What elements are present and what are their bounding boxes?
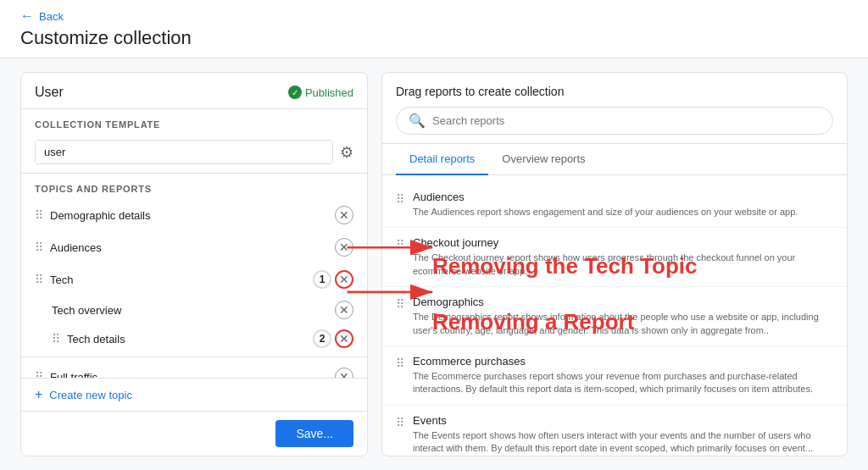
report-name: Tech details: [67, 333, 328, 346]
search-input[interactable]: [432, 114, 821, 127]
drag-handle-icon: ⠿: [396, 296, 404, 311]
reports-list: ⠿ Audiences The Audiences report shows e…: [382, 175, 847, 456]
drag-handle-icon: ⠿: [396, 236, 404, 252]
report-title: Checkout journey: [413, 236, 833, 249]
remove-button[interactable]: ✕: [335, 238, 353, 257]
tabs-row: Detail reports Overview reports: [382, 144, 847, 175]
template-row: ⚙: [21, 135, 367, 174]
topic-name: Full traffic: [50, 371, 328, 379]
topic-name: Tech: [50, 274, 328, 286]
report-title: Events: [413, 414, 833, 427]
main-content: User ✓ Published COLLECTION TEMPLATE ⚙ T…: [0, 58, 868, 470]
report-card-content: Events The Events report shows how often…: [413, 414, 833, 456]
list-item: ⠿ Tech ✕ 1: [21, 263, 367, 296]
search-icon: 🔍: [409, 113, 426, 129]
report-title: Ecommerce purchases: [413, 355, 833, 368]
left-panel-header: User ✓ Published: [21, 73, 367, 109]
report-card-content: Audiences The Audiences report shows eng…: [413, 191, 798, 218]
top-bar: ← Back Customize collection: [0, 0, 868, 58]
report-card-content: Demographics The Demographics report sho…: [413, 296, 833, 337]
collection-name: User: [35, 85, 64, 100]
save-btn-row: Save...: [21, 411, 367, 456]
published-icon: ✓: [288, 86, 302, 99]
published-label: Published: [305, 86, 353, 99]
report-title: Audiences: [413, 191, 798, 203]
report-card: ⠿ Events The Events report shows how oft…: [382, 406, 847, 456]
report-card-content: Checkout journey The Checkout journey re…: [413, 236, 833, 278]
report-description: The Audiences report shows engagement an…: [413, 206, 798, 218]
annotation-number-1: 1: [313, 270, 331, 289]
drag-handle-icon: ⠿: [35, 273, 43, 286]
create-topic-label: Create new topic: [49, 389, 132, 401]
drag-handle-icon: ⠿: [396, 414, 404, 429]
report-description: The Demographics report shows informatio…: [413, 311, 833, 337]
drag-handle-icon: ⠿: [35, 208, 43, 222]
back-label: Back: [39, 10, 64, 23]
save-button[interactable]: Save...: [275, 420, 353, 447]
report-name: Tech overview: [52, 304, 328, 317]
report-description: The Checkout journey report shows how us…: [413, 252, 833, 278]
report-card-content: Ecommerce purchases The Ecommerce purcha…: [413, 355, 833, 396]
left-panel: User ✓ Published COLLECTION TEMPLATE ⚙ T…: [20, 72, 368, 456]
remove-button[interactable]: ✕: [335, 368, 353, 378]
list-item: ⠿ Audiences ✕: [21, 231, 367, 263]
tab-detail-reports[interactable]: Detail reports: [396, 144, 488, 175]
report-title: Demographics: [413, 296, 833, 308]
remove-tech-details-button[interactable]: ✕ 2: [335, 329, 353, 348]
collection-template-label: COLLECTION TEMPLATE: [21, 109, 367, 135]
topic-name: Audiences: [50, 241, 328, 254]
topics-section: ⠿ Demographic details ✕ ⠿ Audiences ✕ ⠿ …: [21, 199, 367, 378]
annotation-number-2: 2: [313, 329, 331, 348]
template-input[interactable]: [35, 140, 333, 164]
drag-handle-icon: ⠿: [396, 355, 404, 370]
report-card: ⠿ Demographics The Demographics report s…: [382, 287, 847, 346]
drag-handle-icon: ⠿: [35, 241, 43, 254]
report-description: The Ecommerce purchases report shows you…: [413, 370, 833, 396]
settings-icon[interactable]: ⚙: [340, 143, 353, 162]
close-icon: ✕: [339, 332, 349, 346]
topic-name: Demographic details: [50, 209, 328, 222]
page-title: Customize collection: [20, 27, 848, 49]
remove-button[interactable]: ✕: [335, 206, 353, 224]
tab-overview-reports[interactable]: Overview reports: [488, 144, 598, 175]
close-icon: ✕: [339, 273, 349, 286]
right-panel-header: Drag reports to create collection 🔍: [382, 73, 847, 144]
search-bar: 🔍: [396, 107, 833, 135]
published-badge: ✓ Published: [288, 86, 353, 99]
list-item: ⠿ Tech details ✕ 2: [21, 324, 367, 353]
remove-tech-topic-button[interactable]: ✕ 1: [335, 270, 353, 289]
plus-icon: +: [35, 387, 42, 402]
create-topic-button[interactable]: + Create new topic: [21, 378, 367, 411]
report-card: ⠿ Checkout journey The Checkout journey …: [382, 228, 847, 287]
report-card: ⠿ Audiences The Audiences report shows e…: [382, 182, 847, 228]
drag-handle-icon: ⠿: [396, 191, 404, 206]
list-item: ⠿ Full traffic ✕: [21, 361, 367, 378]
drag-handle-icon: ⠿: [35, 370, 43, 378]
back-link[interactable]: ← Back: [20, 8, 848, 24]
report-description: The Events report shows how often users …: [413, 429, 833, 456]
remove-button[interactable]: ✕: [335, 301, 353, 319]
list-item: Tech overview ✕: [21, 296, 367, 324]
topics-reports-label: TOPICS AND REPORTS: [21, 174, 367, 199]
right-panel: Drag reports to create collection 🔍 Deta…: [381, 72, 848, 456]
report-card: ⠿ Ecommerce purchases The Ecommerce purc…: [382, 346, 847, 406]
back-arrow-icon: ←: [20, 8, 34, 24]
list-item: ⠿ Demographic details ✕: [21, 199, 367, 231]
right-panel-title: Drag reports to create collection: [396, 85, 833, 98]
drag-handle-icon: ⠿: [52, 332, 60, 346]
